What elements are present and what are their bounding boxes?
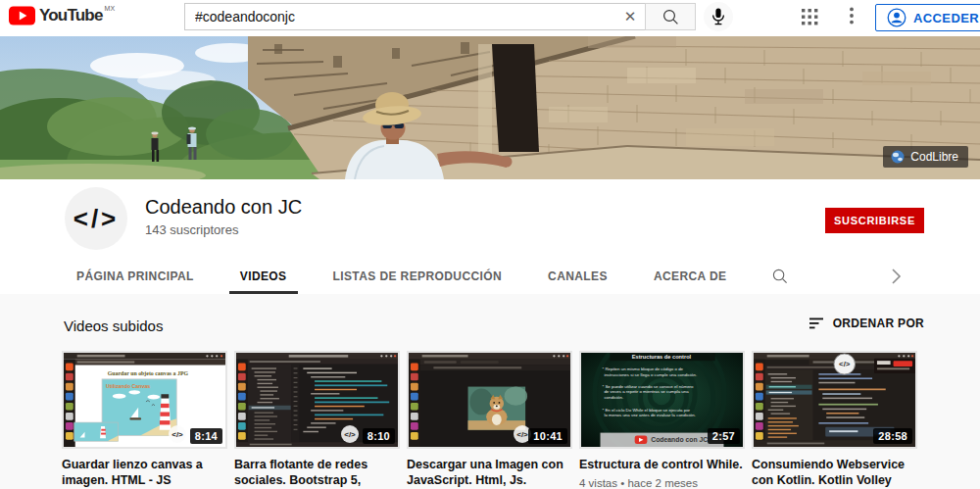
video-thumbnail[interactable]: </> 10:41	[407, 351, 572, 449]
mic-icon	[710, 8, 726, 25]
tab-videos[interactable]: VIDEOS	[240, 259, 287, 294]
search-icon	[662, 9, 679, 25]
duration-badge: 10:41	[528, 428, 567, 444]
top-bar: YouTube MX ✕	[0, 0, 980, 36]
svg-text:</>: </>	[839, 360, 851, 368]
channel-header: </> Codeando con JC 143 suscriptores SUS…	[0, 179, 980, 259]
svg-text:Utilizando Canvas: Utilizando Canvas	[106, 383, 150, 389]
video-title[interactable]: Barra flotante de redes sociales. Bootst…	[234, 457, 400, 488]
svg-text:lo menos una vez antes de eval: lo menos una vez antes de evaluar la con…	[604, 413, 696, 417]
video-card: Estructuras de control * Repiten un mism…	[579, 351, 745, 489]
banner-photo	[0, 36, 980, 179]
youtube-play-icon	[9, 6, 35, 25]
sign-in-button[interactable]: ACCEDER	[875, 4, 980, 31]
video-card: </> 8:10 Barra flotante de redes sociale…	[234, 351, 400, 489]
video-card: </> 10:41 Descargar una Imagen con JavaS…	[407, 351, 572, 489]
channel-banner: CodLibre	[0, 36, 980, 179]
svg-text:* Repiten un mismo bloque de c: * Repiten un mismo bloque de código o de	[602, 367, 683, 371]
mic-button[interactable]	[704, 2, 733, 31]
video-thumbnail[interactable]: Estructuras de control * Repiten un mism…	[579, 351, 745, 449]
svg-text:* En el ciclo Do While el bloq: * En el ciclo Do While el bloque se ejec…	[602, 408, 690, 413]
tab-canales[interactable]: CANALES	[548, 259, 608, 294]
kebab-icon	[850, 7, 854, 24]
video-meta: 4 vistas • hace 2 meses	[579, 477, 745, 489]
channel-avatar[interactable]: </>	[65, 187, 127, 250]
duration-badge: 8:10	[363, 428, 395, 444]
videos-section: Videos subidos ORDENAR POR	[0, 294, 980, 489]
video-title[interactable]: Estructura de control While.	[579, 457, 745, 472]
video-title[interactable]: Consumiendo Webservice con Kotlin. Kotli…	[752, 457, 917, 488]
channel-watermark-icon: </>	[341, 425, 359, 443]
sign-in-label: ACCEDER	[913, 11, 979, 25]
kebab-menu-button[interactable]	[843, 7, 860, 28]
video-title[interactable]: Guardar lienzo canvas a imagen. HTML - J…	[62, 457, 227, 488]
logo-region-code: MX	[105, 5, 116, 12]
sort-icon	[809, 318, 824, 329]
svg-text:de veces a repetir o mientras: de veces a repetir o mientras se cumpla …	[604, 389, 689, 394]
search-box: ✕	[184, 3, 645, 30]
video-card: Guardar un objeto canvas a JPG Utilizand…	[62, 351, 227, 489]
svg-text:instrucciones si se llega o cu: instrucciones si se llega o cumple una c…	[604, 372, 697, 377]
tab-pagina-principal[interactable]: PÁGINA PRINCIPAL	[76, 259, 194, 294]
svg-text:* Se puede utilizar cuando se: * Se puede utilizar cuando se conoce el …	[602, 384, 694, 389]
banner-badge[interactable]: CodLibre	[883, 146, 968, 168]
tab-search-icon[interactable]	[772, 259, 788, 294]
duration-badge: 2:57	[708, 428, 740, 444]
svg-text:Estructuras de control: Estructuras de control	[632, 354, 692, 360]
sort-label: ORDENAR POR	[833, 317, 924, 330]
channel-tabs: PÁGINA PRINCIPAL VIDEOS LISTAS DE REPROD…	[0, 259, 980, 294]
svg-text:condición.: condición.	[604, 395, 623, 400]
svg-text:Codeando con JC: Codeando con JC	[651, 436, 708, 443]
svg-text:Guardar un objeto canvas a JPG: Guardar un objeto canvas a JPG	[108, 370, 189, 376]
tab-listas-de-reproduccion[interactable]: LISTAS DE REPRODUCCIÓN	[333, 259, 503, 294]
channel-name: Codeando con JC	[145, 196, 302, 219]
channel-watermark-icon: </>	[169, 425, 186, 443]
apps-grid-button[interactable]	[802, 9, 818, 29]
subscribe-button[interactable]: SUSCRIBIRSE	[825, 208, 924, 233]
search-button[interactable]	[645, 3, 696, 30]
youtube-logo[interactable]: YouTube MX	[9, 6, 115, 25]
sort-button[interactable]: ORDENAR POR	[809, 317, 924, 330]
search-input[interactable]	[185, 9, 615, 24]
video-thumbnail[interactable]: </> 28:58	[752, 351, 917, 449]
section-title: Videos subidos	[64, 318, 163, 334]
search-clear-icon[interactable]: ✕	[615, 8, 645, 25]
video-title[interactable]: Descargar una Imagen con JavaScript. Htm…	[407, 457, 572, 488]
banner-badge-label: CodLibre	[910, 150, 958, 164]
chevron-right-icon[interactable]	[890, 267, 902, 290]
duration-badge: 8:14	[190, 428, 222, 444]
person-icon	[887, 8, 906, 27]
video-thumbnail[interactable]: </> 8:10	[234, 351, 400, 449]
subscriber-count: 143 suscriptores	[145, 222, 238, 237]
logo-wordmark: YouTube	[39, 6, 103, 25]
apps-grid-icon	[802, 9, 818, 25]
video-card: </> 28:58 Consumiendo Webservice con Kot…	[752, 351, 917, 489]
duration-badge: 28:58	[873, 428, 912, 444]
video-thumbnail[interactable]: Guardar un objeto canvas a JPG Utilizand…	[62, 351, 227, 449]
tab-acerca-de[interactable]: ACERCA DE	[654, 259, 727, 294]
globe-icon	[891, 150, 905, 164]
